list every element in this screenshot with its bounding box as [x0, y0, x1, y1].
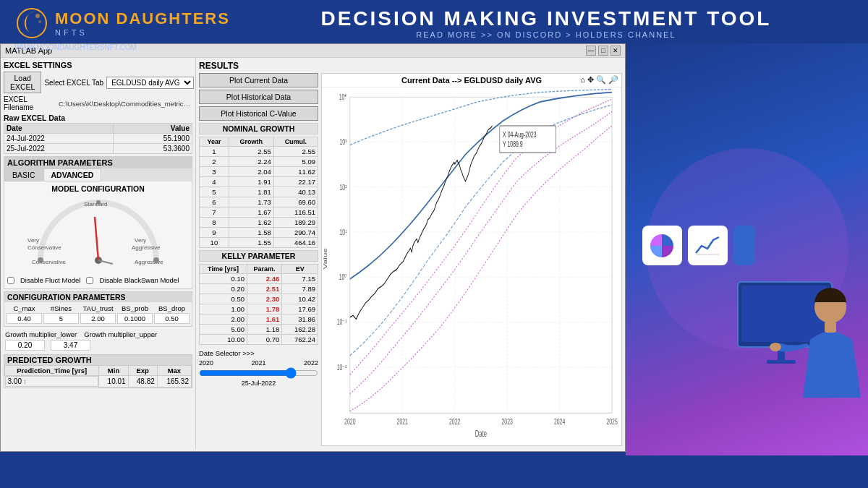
plot-historical-button[interactable]: Plot Historical Data — [199, 90, 318, 104]
svg-line-4 — [95, 217, 98, 260]
date-selector-slider[interactable] — [199, 369, 318, 377]
main-content: MATLAB App — □ ✕ EXCEL SETTINGS Load EXC… — [0, 43, 868, 455]
svg-rect-54 — [741, 286, 828, 342]
sub-title: READ MORE >> ON DISCORD > HOLDERS CHANNE… — [239, 30, 854, 39]
svg-text:10⁰: 10⁰ — [339, 273, 347, 282]
pie-chart-icon — [647, 231, 676, 260]
config-params-label: CONFIGURATION PARAMETERS — [4, 292, 192, 302]
svg-text:2025: 2025 — [606, 418, 617, 427]
header: MOON DAUGHTERS NFTS DECISION MAKING INVE… — [0, 0, 868, 43]
param-label-sines: #Sines — [43, 304, 79, 312]
param-bsdrop-input[interactable] — [154, 313, 190, 324]
svg-text:Very: Very — [27, 237, 39, 244]
load-excel-button[interactable]: Load EXCEL — [4, 72, 41, 93]
kelly-title: KELLY PARAMETER — [199, 250, 318, 262]
table-row: 51.8140.13 — [200, 187, 318, 197]
multipliers-section: Growth multiplier_lower Growth multiplie… — [4, 329, 192, 352]
table-row: 0.202.517.89 — [200, 284, 318, 294]
param-tau-input[interactable] — [80, 313, 116, 324]
svg-text:10⁴: 10⁴ — [339, 93, 347, 102]
svg-point-13 — [38, 257, 43, 263]
maximize-button[interactable]: □ — [598, 46, 608, 56]
header-right: DECISION MAKING INVESTMENT TOOL READ MOR… — [239, 7, 854, 39]
plot-c-value-button[interactable]: Plot Historical C-Value — [199, 106, 318, 121]
minimize-button[interactable]: — — [586, 46, 596, 56]
logo-area: MOON DAUGHTERS NFTS — [14, 6, 230, 40]
table-row: 25-Jul-2022 53.3600 — [4, 144, 192, 154]
close-button[interactable]: ✕ — [610, 46, 621, 56]
website-label: WWW.MOONDAUGHTERSNFT.COM — [14, 43, 137, 51]
table-row: 12.552.55 — [200, 147, 318, 157]
svg-text:Standard: Standard — [84, 201, 107, 207]
brand-name: MOON DAUGHTERS — [55, 9, 230, 27]
param-label-bsdrop: BS_drop — [154, 304, 190, 312]
brand-nfts: NFTS — [55, 28, 230, 37]
chart-pan-icon[interactable]: ✥ — [587, 75, 594, 85]
matlab-window: MATLAB App — □ ✕ EXCEL SETTINGS Load EXC… — [0, 43, 626, 452]
param-label-tau: TAU_trust — [80, 304, 116, 312]
chart-zoom-out-icon[interactable]: 🔎 — [608, 75, 618, 85]
dashboard-icons-panel — [642, 226, 755, 265]
svg-text:Aggressive: Aggressive — [135, 259, 163, 265]
table-row: 91.58290.74 — [200, 228, 318, 238]
svg-text:10¹: 10¹ — [340, 228, 347, 236]
svg-text:2020: 2020 — [344, 418, 355, 427]
model-dial: Conservative Aggressive Standard Very Co… — [26, 195, 171, 275]
param-bsprob-input[interactable] — [117, 313, 153, 324]
chart-home-icon[interactable]: ⌂ — [580, 75, 585, 85]
svg-text:Aggressive: Aggressive — [132, 244, 161, 251]
tab-basic[interactable]: BASIC — [4, 168, 43, 181]
chart-svg: 10⁴ 10³ 10² 10¹ 10⁰ 10⁻¹ 10⁻² Value — [322, 87, 621, 442]
table-row: 101.55464.16 — [200, 238, 318, 248]
multiplier-upper-input[interactable] — [51, 340, 90, 351]
results-label: RESULTS — [199, 61, 622, 71]
chart-area: Current Data --> EGLDUSD daily AVG ⌂ ✥ 🔍… — [321, 73, 622, 446]
svg-text:10³: 10³ — [340, 138, 347, 147]
data-tables-col: Plot Current Data Plot Historical Data P… — [199, 73, 318, 446]
table-row: 10.000.70762.24 — [200, 335, 318, 345]
svg-rect-56 — [767, 360, 796, 364]
svg-text:Very: Very — [135, 237, 146, 244]
date-selector-row: Date Selector >>> — [199, 349, 318, 357]
right-decoration — [626, 43, 868, 455]
svg-text:10²: 10² — [340, 183, 347, 192]
multiplier-lower-label: Growth multiplier_lower — [5, 330, 77, 338]
param-label-cmax: C_max — [7, 304, 42, 312]
disable-blackswan-checkbox[interactable] — [86, 277, 93, 284]
time-stepper[interactable]: ↕ — [23, 377, 27, 385]
left-panel: EXCEL SETTINGS Load EXCEL Select EXCEL T… — [1, 58, 196, 449]
tab-advanced[interactable]: ADVANCED — [43, 168, 102, 181]
table-row: 41.9122.17 — [200, 177, 318, 187]
svg-point-1 — [35, 14, 40, 18]
table-row: 1.001.7817.69 — [200, 304, 318, 314]
svg-text:Date: Date — [475, 429, 488, 439]
table-row: 22.245.09 — [200, 157, 318, 167]
param-cmax-input[interactable] — [7, 313, 42, 324]
config-params-section: CONFIGURATION PARAMETERS C_max #Sines TA… — [4, 291, 192, 327]
date-selector-slider-row: 2020 2021 2022 — [199, 359, 318, 367]
multiplier-upper-label: Growth multiplier_upper — [84, 330, 157, 338]
model-config-title: MODEL CONFIGURATION — [7, 184, 189, 193]
model-config: MODEL CONFIGURATION — [4, 181, 192, 288]
table-row: 0.102.467.15 — [200, 274, 318, 284]
svg-point-15 — [153, 257, 159, 263]
algo-params-label: ALGORITHM PARAMETERS — [4, 157, 192, 168]
svg-text:2024: 2024 — [554, 418, 565, 427]
excel-settings-label: EXCEL SETTINGS — [4, 61, 192, 69]
predicted-growth-row: 3.00 ↕ 10.01 48.82 165.32 — [5, 376, 192, 388]
main-title: DECISION MAKING INVESTMENT TOOL — [239, 7, 854, 30]
table-row: 2.001.6131.86 — [200, 314, 318, 325]
multiplier-lower-input[interactable] — [5, 340, 45, 351]
table-row: 24-Jul-2022 55.1900 — [4, 134, 192, 144]
predicted-growth-section: PREDICTED GROWTH Prediction_Time [yrs] M… — [4, 354, 192, 388]
moon-icon — [14, 6, 49, 40]
plot-current-button[interactable]: Plot Current Data — [199, 73, 318, 87]
param-sines-input[interactable] — [43, 313, 79, 324]
excel-tab-select[interactable]: EGLDUSD daily AVG — [106, 77, 194, 89]
checkbox-row-1: Disable Fluct Model Disable BlackSwan Mo… — [7, 276, 189, 284]
date-selector-label: Date Selector >>> — [199, 349, 255, 357]
chart-zoom-in-icon[interactable]: 🔍 — [596, 75, 606, 85]
filename-value: C:\Users\K\Desktop\Commodities_metrics.x… — [59, 100, 192, 108]
brand-text: MOON DAUGHTERS NFTS — [55, 9, 230, 37]
disable-fluct-checkbox[interactable] — [7, 277, 14, 284]
